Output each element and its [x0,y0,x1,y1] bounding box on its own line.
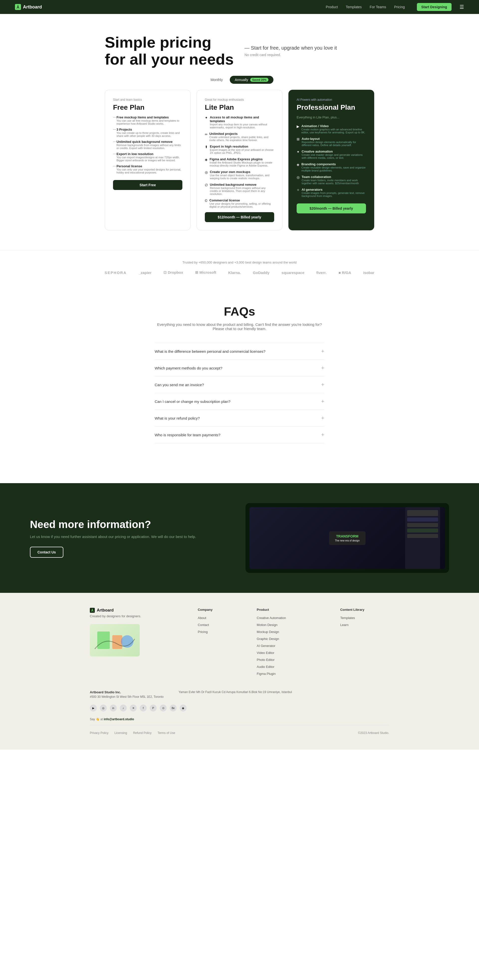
pro-feature-3: ✦Creative automationCreate one master de… [297,150,366,159]
lite-feature-2: ∞Unlimited projectsCreate unlimited proj… [205,132,274,142]
brand-rga: ■ R/GA [338,270,351,275]
faq-expand-icon-5: + [321,415,324,421]
linkedin-icon[interactable]: in [110,705,117,711]
pro-plan-features: ▶Animation / VideoCreate motion graphics… [297,124,366,197]
lite-plan-cta[interactable]: $12/month — Billed yearly [205,212,274,222]
faq-question-3: Can you send me an invoice? [155,383,204,387]
brand-fiverr: fiverr. [316,270,327,275]
lite-feature-7: ©Commercial licenseUse your designs for … [205,199,274,208]
footer-illustration-svg [92,627,137,654]
footer-product-ai-generator[interactable]: AI Generator [257,643,330,648]
dribbble-icon[interactable]: ⊙ [160,705,167,711]
nav-link-pricing[interactable]: Pricing [394,5,405,9]
footer-address2: Yaman Evler Mh Dr Fazil Kucuk Cd Avrupa … [179,690,292,694]
brand-sephora: SEPHORA [105,270,126,275]
nav-logo-text: Artboard [23,5,42,10]
footer-address-canada: Artboard Studio Inc. #500 30 Wellington … [90,690,164,698]
footer-product-mockup-design[interactable]: Mockup Design [257,630,330,634]
nav-link-for-teams[interactable]: For Teams [370,5,386,9]
footer-link-contact[interactable]: Contact [198,622,247,627]
footer-product-figma-plugin[interactable]: Figma Plugin [257,671,330,676]
footer-cl-learn[interactable]: Learn [340,622,389,627]
nav-link-templates[interactable]: Templates [346,5,362,9]
billing-monthly-btn[interactable]: Monthly [206,76,228,84]
footer-product-creative-automation[interactable]: Creative Automation [257,616,330,620]
nav-menu-icon[interactable]: ☰ [460,4,464,10]
footer-licensing[interactable]: Licensing [115,731,127,735]
lite-feature-6: ∅Unlimited background removeRemove backg… [205,183,274,196]
instagram-icon[interactable]: ◎ [100,705,107,711]
footer-product-audio-editor[interactable]: Audio Editor [257,664,330,669]
billing-toggle: Monthly Annually Saved 20% [0,76,479,84]
pro-plan-card: AI Powers with automation Professional P… [288,90,374,231]
footer-email[interactable]: info@artboard.studio [104,718,134,721]
faq-item-5[interactable]: What is your refund policy? + [155,410,324,426]
pro-plan-subtitle: Everything in Lite Plan, plus... [297,115,366,119]
footer-company-col: Company About Contact Pricing [198,608,247,678]
faq-expand-icon-4: + [321,398,324,405]
faq-item-4[interactable]: Can I cancel or change my subscription p… [155,393,324,410]
trusted-section: Trusted by +650,000 designers and +3,000… [0,250,479,285]
footer-product-motion-design[interactable]: Motion Design [257,622,330,627]
footer-privacy[interactable]: Privacy Policy [90,731,109,735]
behance-icon[interactable]: Be [170,705,177,711]
faq-item-1[interactable]: What is the difference between personal … [155,343,324,360]
hero-section: Simple pricing for all your needs — Star… [90,14,389,68]
free-feature-1: Free mockup items and templatesYou can u… [113,115,182,125]
faq-item-2[interactable]: Which payment methods do you accept? + [155,360,324,376]
footer-refund[interactable]: Refund Policy [133,731,152,735]
footer-link-pricing[interactable]: Pricing [198,630,247,634]
twitter-icon[interactable]: ✕ [130,705,137,711]
lite-feature-3: ⬆Export in high resolutionExport images … [205,145,274,154]
faq-expand-icon-1: + [321,348,324,355]
cta-app-screenshot: TRANSFORM The new era of design [249,507,445,569]
artboard-logo-icon [15,4,21,10]
navbar: Artboard Product Templates For Teams Pri… [0,0,479,14]
free-plan-cta[interactable]: Start Free [113,180,182,190]
footer-product-video-editor[interactable]: Video Editor [257,651,330,655]
footer-cl-templates[interactable]: Templates [340,616,389,620]
footer-bottom: Privacy Policy Licensing Refund Policy T… [90,725,389,735]
pinterest-icon[interactable]: P [150,705,156,711]
footer-link-about[interactable]: About [198,616,247,620]
faq-subtitle: Everything you need to know about the pr… [155,322,324,331]
youtube-icon[interactable]: ▶ [90,705,97,711]
nav-link-product[interactable]: Product [326,5,338,9]
brand-godaddy: GoDaddy [253,270,270,275]
footer-tagline: Created by designers for designers. [90,614,188,618]
footer-terms[interactable]: Terms of Use [157,731,175,735]
cta-content: Need more information? Let us know if yo… [30,519,225,558]
lite-plan-card: Great for mockup enthusiasts Lite Plan ✦… [196,90,283,231]
lite-plan-title: Lite Plan [205,103,274,111]
footer-product-photo-editor[interactable]: Photo Editor [257,657,330,662]
free-plan-title: Free Plan [113,103,182,111]
footer-product-graphic-design[interactable]: Graphic Design [257,636,330,641]
footer-content-library-title: Content Library [340,608,389,611]
footer-copyright: ©2023 Artboard Studio. [358,731,389,735]
faq-question-4: Can I cancel or change my subscription p… [155,399,230,404]
nav-logo[interactable]: Artboard [15,4,42,10]
free-plan-card: Start and learn basics Free Plan Free mo… [105,90,191,231]
billing-annually-btn[interactable]: Annually Saved 20% [230,76,273,84]
brand-microsoft: ⊞ Microsoft [195,270,216,275]
footer-address-row: Artboard Studio Inc. #500 30 Wellington … [90,690,389,698]
unknown-social-icon[interactable]: ◉ [180,705,187,711]
facebook-icon[interactable]: f [140,705,147,711]
cta-contact-button[interactable]: Contact Us [30,547,63,558]
lite-feature-1: ✦Access to all mockup items and template… [205,115,274,129]
free-plan-tag: Start and learn basics [113,98,182,102]
footer-company-name: Artboard Studio Inc. [90,690,121,694]
footer-social-row: ▶ ◎ in ♪ ✕ f P ⊙ Be ◉ [90,705,389,711]
nav-links: Product Templates For Teams Pricing Star… [326,3,464,11]
lite-plan-tag: Great for mockup enthusiasts [205,98,274,102]
faq-item-6[interactable]: Who is responsible for team payments? + [155,426,324,443]
pro-plan-cta[interactable]: $20/month — Billed yearly [297,204,366,213]
faq-item-3[interactable]: Can you send me an invoice? + [155,376,324,393]
tiktok-icon[interactable]: ♪ [120,705,127,711]
footer-product-title: Product [257,608,330,611]
brand-klarna: Klarna. [228,270,241,275]
cta-image: TRANSFORM The new era of design [246,503,449,573]
nav-cta-button[interactable]: Start Designing [417,3,452,11]
lite-feature-4: ◈Figma and Adobe Express pluginsInstall … [205,157,274,167]
faq-expand-icon-6: + [321,431,324,438]
